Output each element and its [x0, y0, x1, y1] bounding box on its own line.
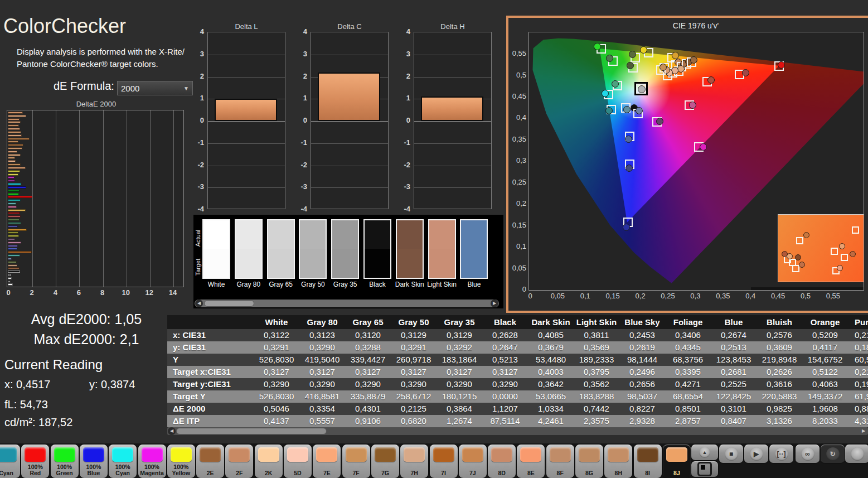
stop-button[interactable]: ■ [719, 445, 743, 463]
de-formula-value: 2000 [121, 84, 139, 93]
column-header: Gray 50 [391, 315, 437, 329]
patch-button-8i[interactable]: 8I [634, 445, 662, 478]
patch-button-8j[interactable]: 8J [663, 445, 691, 478]
table-cell: 183,8288 [574, 390, 619, 403]
table-cell: 60,5 [848, 354, 868, 366]
table-scrollbar-thumb[interactable] [176, 428, 327, 434]
cie-y-tick-label: 0,2 [510, 199, 526, 207]
table-cell: 1,9608 [802, 403, 848, 415]
table-cell: 335,8879 [345, 390, 391, 403]
patch-button-8g[interactable]: 8G [575, 445, 603, 478]
table-cell: 0,2647 [482, 341, 528, 354]
table-scrollbar[interactable]: ◀ ▶ [167, 427, 868, 435]
table-cell: 0,3101 [711, 403, 757, 415]
patch-button-8d[interactable]: 8D [488, 445, 516, 478]
de2000-bar [8, 176, 14, 178]
table-cell: 1,2674 [437, 415, 482, 427]
blank-button[interactable] [845, 445, 868, 463]
patch-swatch-label: Blue [457, 281, 491, 288]
grid-line [103, 110, 104, 287]
column-header: Bluish Green [757, 315, 802, 329]
table-cell: 189,2333 [574, 354, 619, 366]
patch-swatch-label: Gray 50 [295, 281, 330, 288]
de2000-bar [8, 235, 19, 237]
grid-line [208, 166, 285, 166]
cie-measured-point [612, 80, 619, 88]
range-button[interactable]: [··] [769, 445, 793, 463]
patch-swatch-preview [331, 219, 359, 279]
y-tick-label: -1 [293, 138, 307, 147]
patch-button-100-green[interactable]: 100% Green [51, 445, 79, 478]
patch-button-100-red[interactable]: 100% Red [21, 445, 49, 478]
patch-button-7f[interactable]: 7F [342, 445, 370, 478]
swatch-strip-scrollbar[interactable]: ◀ ▶ [195, 300, 499, 307]
cie-y-tick-label: 0,35 [510, 135, 526, 143]
infinity-loop-button[interactable]: ∞ [796, 445, 819, 463]
table-cell: 98,1444 [619, 354, 665, 366]
patch-button-8h[interactable]: 8H [604, 445, 632, 478]
patch-color-swatch [346, 447, 367, 462]
table-cell: 149,3372 [802, 390, 848, 403]
grid-line [208, 187, 285, 188]
patch-button-7h[interactable]: 7H [400, 445, 428, 478]
cie-measured-point [689, 102, 696, 109]
repeat-button[interactable]: ↻ [821, 445, 845, 463]
table-cell: 219,8948 [757, 354, 802, 366]
patch-button-100-magenta[interactable]: 100% Magenta [138, 445, 166, 478]
table-cell: 0,3795 [574, 366, 619, 378]
scroll-left-icon[interactable]: ◀ [168, 427, 176, 435]
table-cell: 0,4003 [528, 366, 574, 378]
patch-color-swatch [316, 447, 337, 462]
patch-button-7j[interactable]: 7J [459, 445, 487, 478]
patch-button-5d[interactable]: 5D [284, 445, 312, 478]
de2000-bar [8, 258, 12, 260]
de2000-bar [8, 202, 16, 205]
patch-swatch-preview [299, 219, 327, 279]
x-tick-label: 14 [166, 288, 180, 297]
swatch-scrollbar-thumb[interactable] [204, 300, 254, 307]
patch-button-100-blue[interactable]: 100% Blue [80, 445, 108, 478]
cie-x-tick-label: 0,25 [657, 292, 679, 300]
cie-y-tick-label: 0,55 [510, 49, 526, 57]
play-button[interactable]: ▶ [744, 445, 768, 463]
patch-button-100-cyan[interactable]: 100% Cyan [109, 445, 137, 478]
scroll-right-icon[interactable]: ▶ [491, 300, 498, 307]
patch-button-label: 100% Red [22, 464, 49, 476]
table-cell: 0,3291 [254, 341, 299, 354]
column-header: Blue Flower [711, 315, 757, 329]
table-cell: 0,2626 [757, 366, 802, 378]
grid-line [311, 121, 388, 122]
inset-measured-point [799, 262, 805, 268]
patch-button-cyan[interactable]: Cyan [0, 445, 20, 478]
patch-button-7e[interactable]: 7E [313, 445, 341, 478]
cie-x-tick-label: 0,05 [546, 292, 569, 300]
de2000-bar [8, 128, 20, 130]
patch-button-2e[interactable]: 2E [196, 445, 224, 478]
patch-button-8f[interactable]: 8F [546, 445, 574, 478]
table-cell: 0,6820 [391, 415, 437, 427]
patch-button-7i[interactable]: 7I [430, 445, 458, 478]
patch-button-100-yellow[interactable]: 100% Yellow [167, 445, 195, 478]
patch-button-2f[interactable]: 2F [225, 445, 253, 478]
cie-measured-point [677, 65, 685, 73]
de2000-bar [8, 112, 23, 114]
table-cell: 0,2619 [619, 341, 665, 354]
row-label: Target Y [167, 390, 254, 403]
page-description: Display analysis is performed with the X… [17, 46, 201, 70]
patch-button-2k[interactable]: 2K [255, 445, 283, 478]
table-cell: 0,9825 [757, 403, 802, 415]
scroll-left-icon[interactable]: ◀ [195, 300, 203, 307]
table-cell: 4,2461 [528, 415, 574, 427]
table-cell: 0,3395 [665, 366, 711, 378]
patch-button-8e[interactable]: 8E [517, 445, 545, 478]
table-row: y: CIE310,32910,32900,32880,32910,32920,… [167, 341, 868, 354]
patch-button-7g[interactable]: 7G [371, 445, 399, 478]
inset-target-square [831, 248, 838, 255]
cie-x-tick-label: 0,3 [684, 292, 706, 300]
current-y-value: y: 0,3874 [89, 378, 135, 391]
scroll-right-icon[interactable]: ▶ [860, 427, 867, 435]
grid-line [311, 143, 388, 144]
display-window-button[interactable] [691, 461, 718, 477]
scroll-up-button[interactable]: ▲ [691, 445, 718, 460]
de-formula-dropdown[interactable]: 2000 ▼ [117, 81, 193, 95]
